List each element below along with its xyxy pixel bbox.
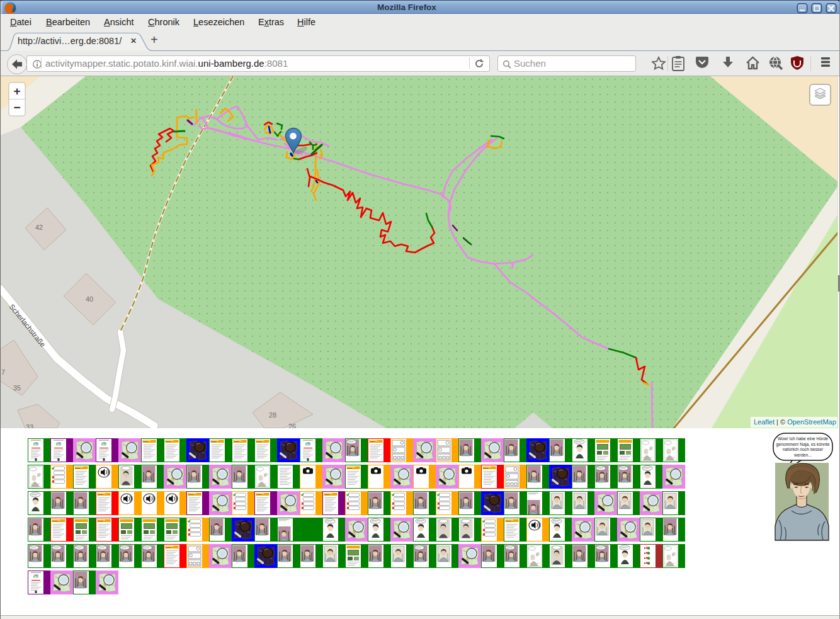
- svg-text:werden...: werden...: [793, 453, 812, 457]
- svg-text:genommen! Naja, es könnte: genommen! Naja, es könnte: [776, 442, 829, 447]
- svg-text:26: 26: [288, 423, 296, 428]
- svg-text:35: 35: [13, 384, 21, 392]
- svg-text:−: −: [13, 101, 20, 114]
- svg-text:Leaflet | © OpenStreetMap: Leaflet | © OpenStreetMap: [754, 418, 836, 426]
- svg-text:33: 33: [26, 423, 33, 428]
- svg-text:42: 42: [35, 224, 43, 231]
- svg-text:natürlich noch besser: natürlich noch besser: [783, 447, 824, 451]
- svg-text:7: 7: [1, 368, 5, 376]
- svg-text:Wow! Ich habe eine Hürde: Wow! Ich habe eine Hürde: [778, 436, 828, 441]
- svg-text:40: 40: [86, 295, 93, 303]
- svg-text:+: +: [13, 84, 20, 98]
- svg-text:28: 28: [269, 411, 276, 419]
